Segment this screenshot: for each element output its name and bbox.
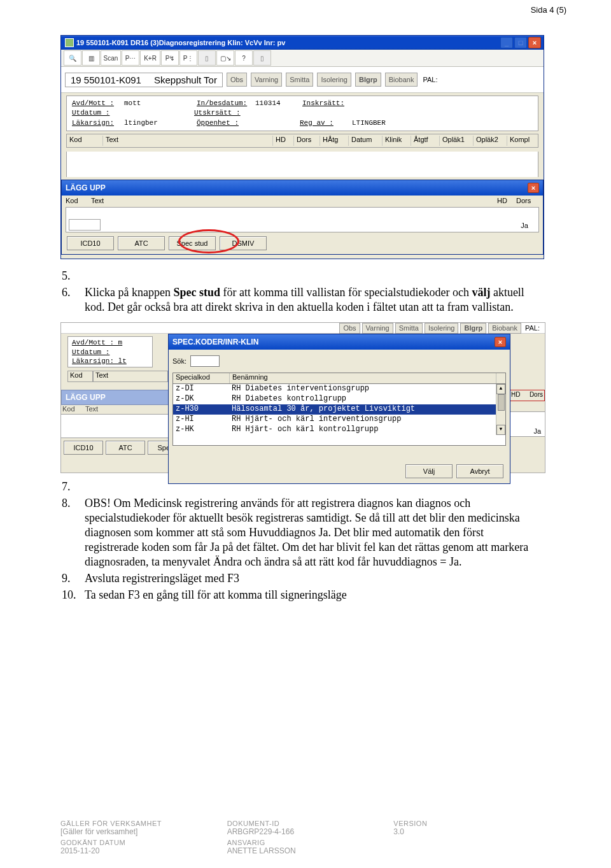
codelist-row[interactable]: z-HIRH Hjärt- och kärl interventionsgrup…: [173, 415, 505, 425]
dimmed-icon-2[interactable]: ▯: [253, 50, 271, 66]
label-avdmott: Avd/Mott :: [72, 99, 122, 108]
obs-button[interactable]: Obs: [339, 323, 360, 334]
obs-button[interactable]: Obs: [227, 73, 247, 87]
value-regav: LTINGBER: [352, 118, 386, 128]
col-hatg: HÅtg: [320, 136, 349, 146]
dlg-col-kod: Kod: [62, 405, 85, 414]
valj-button[interactable]: Välj: [405, 464, 453, 478]
col-oplak1: Opläk1: [440, 136, 474, 146]
scan-button[interactable]: Scan: [101, 50, 121, 66]
label-regav: Reg av :: [300, 118, 349, 128]
isolering-button[interactable]: Isolering: [425, 323, 459, 334]
col-dors: Dors: [294, 136, 320, 146]
doc-icon[interactable]: ▢↘: [216, 50, 234, 66]
name-cell: RH Diabetes interventionsgrupp: [229, 384, 505, 394]
col-text: Text: [103, 136, 273, 146]
value-inbesdatum: 110314: [255, 99, 300, 108]
entry-row: Ja: [66, 207, 539, 232]
footer-value: 3.0: [393, 827, 560, 836]
toolbar: 🔍 ▥ Scan P⋯ K+R P↯ P⋮ ▯ ▢↘ ? ▯: [61, 50, 544, 67]
kplusr-button[interactable]: K+R: [140, 50, 160, 66]
blgrp-button[interactable]: Blgrp: [355, 73, 381, 87]
patient-id: 19 550101-K091: [71, 75, 141, 85]
speckoder-title: SPEC.KODER/INR-KLIN: [172, 338, 258, 346]
dlg-col-hd: HD: [511, 391, 520, 400]
codelist-row[interactable]: z-DIRH Diabetes interventionsgrupp: [173, 384, 505, 394]
item-number: 9.: [60, 571, 85, 586]
codelist[interactable]: ▲ ▼ z-DIRH Diabetes interventionsgruppz-…: [172, 383, 506, 446]
item-text: Ta sedan F3 en gång till för att komma t…: [85, 588, 560, 602]
footer-value: ANETTE LARSSON: [227, 846, 394, 855]
item-number: 5.: [60, 269, 85, 283]
document-body: 5. 6. Klicka på knappen Spec stud för at…: [60, 269, 560, 315]
document-body-2: 7. 8. OBS! Om Medicinsk registrering anv…: [60, 480, 560, 602]
codelist-row[interactable]: z-HKRH Hjärt- och kärl kontrollgrupp: [173, 425, 505, 435]
scroll-corner: [496, 373, 505, 383]
ja-value: Ja: [509, 411, 545, 437]
footer-label: VERSION: [393, 820, 560, 827]
speckoder-dialog: SPEC.KODER/INR-KLIN × Sök: Specialkod Be…: [168, 334, 510, 484]
list-item: 10. Ta sedan F3 en gång till för att kom…: [60, 588, 560, 602]
scroll-thumb[interactable]: [498, 394, 505, 411]
app-window: 19 550101-K091 DR16 (3)Diagnosregistreri…: [60, 35, 544, 259]
help-icon[interactable]: ?: [235, 50, 253, 66]
dlg-col-kod: Kod: [66, 197, 91, 206]
pal-label: PAL:: [524, 324, 541, 332]
dialog-title: LÄGG UPP: [66, 183, 106, 192]
dimmed-icon[interactable]: ▯: [198, 50, 216, 66]
avbryt-button[interactable]: Avbryt: [456, 464, 503, 478]
col-atgtf: Åtgtf: [411, 136, 440, 146]
smitta-button[interactable]: Smitta: [286, 73, 313, 87]
kod-input[interactable]: [69, 219, 101, 231]
title-bar[interactable]: 19 550101-K091 DR16 (3)Diagnosregistreri…: [61, 36, 544, 50]
scroll-down-icon[interactable]: ▼: [496, 425, 505, 435]
p2-icon[interactable]: P⋮: [179, 50, 197, 66]
icd10-button[interactable]: ICD10: [67, 236, 114, 250]
close-button[interactable]: ×: [528, 37, 541, 48]
visit-info-partial: Avd/Mott : m Utdatum : Läkarsign: lt: [67, 336, 153, 367]
footer-label: ANSVARIG: [227, 839, 394, 846]
icd10-button[interactable]: ICD10: [64, 441, 103, 455]
codelist-row[interactable]: z-DKRH Diabetes kontrollgrupp: [173, 394, 505, 404]
label-lakarsign: Läkarsign:: [72, 118, 122, 128]
visit-info-box: Avd/Mott : mott In/besdatum: 110314 Insk…: [66, 96, 538, 131]
value-avdmott: mott: [124, 99, 194, 108]
varning-button[interactable]: Varning: [251, 73, 282, 87]
page: Sida 4 (5) 19 550101-K091 DR16 (3)Diagno…: [0, 0, 611, 868]
item-text: [85, 269, 560, 283]
scroll-up-icon[interactable]: ▲: [496, 384, 505, 394]
search-icon[interactable]: 🔍: [64, 50, 81, 66]
smitta-button[interactable]: Smitta: [395, 323, 423, 334]
screenshot-diagnosregistrering: 19 550101-K091 DR16 (3)Diagnosregistreri…: [60, 35, 544, 259]
atc-button[interactable]: ATC: [118, 236, 165, 250]
app-icon: [65, 38, 74, 47]
footer-label: GÄLLER FÖR VERKSAMHET: [60, 820, 227, 827]
card-icon[interactable]: ▥: [82, 50, 100, 66]
codelist-row[interactable]: z-H30Hälsosamtal 30 år, projektet Livsvi…: [173, 404, 505, 415]
patient-top-strip: Obs Varning Smitta Isolering Blgrp Bioba…: [61, 323, 545, 334]
biobank-button[interactable]: Biobank: [488, 323, 521, 334]
scrollbar[interactable]: ▲ ▼: [496, 384, 505, 435]
chart-icon[interactable]: P↯: [161, 50, 179, 66]
varning-button[interactable]: Varning: [362, 323, 393, 334]
dsmiv-button[interactable]: DSMIV: [220, 236, 267, 250]
label-inskrsatt: Inskrsätt:: [302, 99, 344, 108]
spec-stud-button[interactable]: Spec stud: [169, 236, 216, 250]
atc-button[interactable]: ATC: [106, 441, 145, 455]
col-specialkod: Specialkod: [173, 373, 230, 383]
p-icon[interactable]: P⋯: [122, 50, 139, 66]
dialog-close-button[interactable]: ×: [528, 183, 539, 193]
maximize-button[interactable]: □: [514, 37, 527, 48]
sok-input[interactable]: [190, 355, 220, 367]
name-cell: Hälsosamtal 30 år, projektet Livsviktigt: [229, 404, 505, 415]
ja-value: Ja: [513, 222, 536, 231]
blgrp-button[interactable]: Blgrp: [460, 323, 486, 334]
dialog-close-button[interactable]: ×: [495, 337, 506, 347]
empty-grid-area: [66, 152, 538, 177]
list-item: 9. Avsluta registreringsläget med F3: [60, 571, 560, 586]
right-fragment: HD Dors Ja: [509, 390, 545, 437]
isolering-button[interactable]: Isolering: [317, 73, 351, 87]
minimize-button[interactable]: _: [500, 37, 513, 48]
item-text: Avsluta registreringsläget med F3: [85, 571, 560, 586]
biobank-button[interactable]: Biobank: [385, 73, 418, 87]
